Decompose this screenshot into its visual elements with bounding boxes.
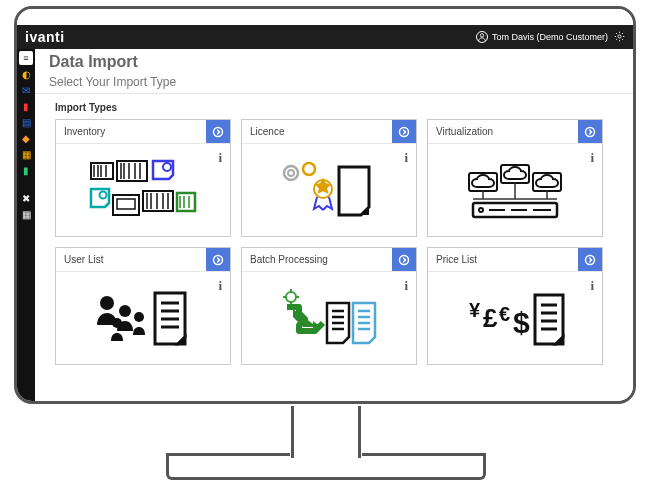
price-list-icon: ¥ £ € $	[455, 283, 575, 353]
sidebar-item-6[interactable]: ▦	[19, 147, 33, 161]
svg-point-36	[400, 127, 409, 136]
svg-point-22	[163, 163, 171, 171]
svg-point-0	[480, 34, 483, 37]
go-button[interactable]	[578, 248, 602, 271]
sidebar-item-5[interactable]: ◆	[19, 131, 33, 145]
info-icon[interactable]: i	[218, 150, 222, 166]
user-avatar-icon	[476, 31, 488, 43]
brand-logo: ivanti	[25, 29, 65, 45]
svg-point-64	[286, 292, 296, 302]
svg-text:£: £	[483, 303, 498, 333]
info-icon[interactable]: i	[590, 278, 594, 294]
sidebar-hamburger-icon[interactable]: ≡	[19, 51, 33, 65]
card-title: Licence	[242, 120, 392, 143]
svg-point-23	[100, 192, 107, 199]
inventory-icon	[83, 155, 203, 225]
settings-gear-icon[interactable]	[614, 31, 625, 44]
sidebar-grid-icon[interactable]: ▦	[19, 207, 33, 221]
svg-line-6	[616, 33, 617, 34]
svg-point-38	[288, 170, 294, 176]
svg-point-78	[586, 255, 595, 264]
batch-processing-icon	[269, 283, 389, 353]
card-title: Inventory	[56, 120, 206, 143]
svg-point-37	[284, 166, 298, 180]
cards-grid: Inventory i	[35, 119, 633, 377]
sidebar-item-1[interactable]: ◐	[19, 67, 33, 81]
app-header: ivanti Tom Davis (Demo Customer)	[17, 25, 633, 49]
svg-text:¥: ¥	[469, 299, 481, 321]
user-chip[interactable]: Tom Davis (Demo Customer)	[476, 31, 608, 43]
card-title: Virtualization	[428, 120, 578, 143]
page-title: Data Import	[35, 49, 633, 73]
card-virtualization[interactable]: Virtualization i	[427, 119, 603, 237]
card-licence[interactable]: Licence i	[241, 119, 417, 237]
sidebar-item-4[interactable]: ▤	[19, 115, 33, 129]
go-button[interactable]	[392, 120, 416, 143]
info-icon[interactable]: i	[404, 150, 408, 166]
sidebar-item-7[interactable]: ▮	[19, 163, 33, 177]
card-user-list[interactable]: User List i	[55, 247, 231, 365]
info-icon[interactable]: i	[590, 150, 594, 166]
card-inventory[interactable]: Inventory i	[55, 119, 231, 237]
svg-point-55	[100, 296, 114, 310]
monitor-stand-base	[166, 456, 486, 480]
section-label: Import Types	[35, 94, 633, 119]
svg-point-58	[112, 318, 122, 328]
svg-point-63	[400, 255, 409, 264]
sidebar-item-3[interactable]: ▮	[19, 99, 33, 113]
go-button[interactable]	[392, 248, 416, 271]
main-content: Data Import Select Your Import Type Impo…	[35, 49, 633, 401]
sidebar-tools-icon[interactable]: ✖	[19, 191, 33, 205]
go-button[interactable]	[578, 120, 602, 143]
go-button[interactable]	[206, 120, 230, 143]
svg-text:$: $	[513, 306, 530, 339]
monitor-stand-neck	[291, 406, 361, 458]
go-button[interactable]	[206, 248, 230, 271]
svg-text:€: €	[499, 303, 510, 325]
svg-line-9	[622, 33, 623, 34]
monitor-frame: ivanti Tom Davis (Demo Customer) ≡ ◐ ✉ ▮…	[14, 6, 636, 404]
page-subtitle: Select Your Import Type	[35, 73, 633, 94]
info-icon[interactable]: i	[218, 278, 222, 294]
svg-point-39	[303, 163, 315, 175]
card-price-list[interactable]: Price List i ¥ £ €	[427, 247, 603, 365]
svg-point-50	[479, 208, 483, 212]
app-window: ivanti Tom Davis (Demo Customer) ≡ ◐ ✉ ▮…	[17, 9, 633, 401]
svg-line-7	[622, 38, 623, 39]
info-icon[interactable]: i	[404, 278, 408, 294]
card-title: Batch Processing	[242, 248, 392, 271]
svg-point-1	[618, 34, 621, 37]
svg-point-54	[214, 255, 223, 264]
user-name-label: Tom Davis (Demo Customer)	[492, 32, 608, 42]
virtualization-icon	[455, 155, 575, 225]
card-title: Price List	[428, 248, 578, 271]
svg-point-41	[586, 127, 595, 136]
user-list-icon	[83, 283, 203, 353]
licence-icon	[269, 155, 389, 225]
card-title: User List	[56, 248, 206, 271]
svg-rect-25	[117, 199, 135, 209]
card-batch-processing[interactable]: Batch Processing i	[241, 247, 417, 365]
svg-point-56	[119, 305, 131, 317]
svg-point-57	[134, 312, 144, 322]
sidebar-item-2[interactable]: ✉	[19, 83, 33, 97]
left-sidebar: ≡ ◐ ✉ ▮ ▤ ◆ ▦ ▮ ✖ ▦	[17, 49, 35, 401]
svg-line-8	[616, 38, 617, 39]
svg-point-10	[214, 127, 223, 136]
